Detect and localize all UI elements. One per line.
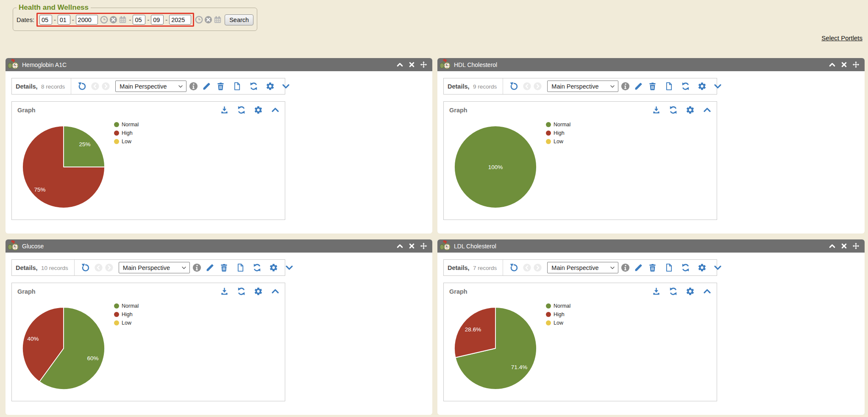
info-icon[interactable] [189,82,198,91]
undo-icon[interactable] [78,82,86,91]
clock-icon[interactable] [195,16,203,24]
delete-icon[interactable] [648,82,657,91]
perspective-select[interactable]: Main Perspective [119,262,190,273]
refresh-icon[interactable] [253,263,262,272]
download-icon[interactable] [220,287,229,296]
collapse-portlet-icon[interactable] [829,242,836,250]
legend-swatch-high [114,131,119,136]
refresh-icon[interactable] [237,106,246,114]
perspective-select[interactable]: Main Perspective [115,81,186,92]
portlet-header[interactable]: HDL Cholesterol [437,58,865,71]
collapse-graph-icon[interactable] [271,106,280,114]
document-icon[interactable] [665,263,673,272]
collapse-portlet-icon[interactable] [829,61,836,68]
calendar-icon[interactable] [119,16,127,24]
graph-panel-title: Graph [17,107,36,114]
delete-icon[interactable] [648,263,657,272]
info-icon[interactable] [621,263,630,272]
from-year-input[interactable] [76,15,98,25]
refresh-icon[interactable] [669,287,678,296]
refresh-icon[interactable] [249,82,258,91]
to-day-input[interactable] [151,15,164,25]
calendar-icon[interactable] [214,16,222,24]
document-icon[interactable] [233,82,242,91]
document-icon[interactable] [665,82,673,91]
search-button[interactable]: Search [225,14,253,25]
collapse-details-icon[interactable] [713,82,722,91]
date-separator: - [54,17,56,23]
refresh-icon[interactable] [669,106,678,114]
edit-icon[interactable] [634,263,643,272]
undo-icon[interactable] [509,82,518,91]
select-portlets-link[interactable]: Select Portlets [821,34,862,42]
next-icon[interactable] [101,82,110,91]
prev-icon[interactable] [91,82,100,91]
from-month-input[interactable] [39,15,52,25]
settings-icon[interactable] [698,82,707,91]
close-portlet-icon[interactable] [408,61,415,68]
settings-icon[interactable] [686,287,695,296]
settings-icon[interactable] [254,106,263,114]
close-portlet-icon[interactable] [840,242,848,250]
collapse-portlet-icon[interactable] [396,242,403,250]
download-icon[interactable] [220,106,229,114]
to-month-input[interactable] [133,15,145,25]
refresh-icon[interactable] [681,82,690,91]
collapse-details-icon[interactable] [285,263,294,272]
undo-icon[interactable] [509,263,518,272]
settings-icon[interactable] [266,82,275,91]
prev-icon[interactable] [94,263,103,272]
refresh-icon[interactable] [681,263,690,272]
settings-icon[interactable] [698,263,707,272]
clock-icon[interactable] [100,16,108,24]
next-icon[interactable] [533,263,542,272]
legend-item-high: High [546,129,570,137]
from-day-input[interactable] [58,15,70,25]
collapse-graph-icon[interactable] [271,287,280,296]
next-icon[interactable] [533,82,542,91]
edit-icon[interactable] [634,82,643,91]
portlet-header[interactable]: Glucose [6,239,432,253]
document-icon[interactable] [236,263,245,272]
clear-date-icon[interactable] [109,16,117,24]
close-portlet-icon[interactable] [840,61,848,68]
settings-icon[interactable] [686,106,695,114]
refresh-icon[interactable] [237,287,246,296]
move-portlet-icon[interactable] [852,242,860,250]
collapse-details-icon[interactable] [281,82,290,91]
prev-icon[interactable] [523,82,531,91]
edit-icon[interactable] [206,263,214,272]
to-year-input[interactable] [169,15,191,25]
pie-chart[interactable]: 100% [453,125,538,209]
clear-date-icon[interactable] [204,16,212,24]
portlet-header[interactable]: LDL Cholesterol [437,239,865,253]
download-icon[interactable] [652,287,661,296]
download-icon[interactable] [652,106,661,114]
portlet-header[interactable]: Hemoglobin A1C [6,58,432,71]
info-icon[interactable] [192,263,201,272]
collapse-portlet-icon[interactable] [396,61,403,68]
collapse-graph-icon[interactable] [703,106,712,114]
close-portlet-icon[interactable] [408,242,415,250]
move-portlet-icon[interactable] [852,61,860,68]
edit-icon[interactable] [202,82,211,91]
next-icon[interactable] [105,263,114,272]
info-icon[interactable] [621,82,630,91]
pie-chart[interactable]: 71.4%28.6% [453,306,538,391]
portlet-body: Details, 8 records Main Perspective [6,71,432,220]
pie-chart[interactable]: 60%40% [21,306,106,391]
perspective-select[interactable]: Main Perspective [547,262,618,273]
delete-icon[interactable] [220,263,228,272]
pie-chart[interactable]: 25%75% [21,125,106,209]
prev-icon[interactable] [523,263,531,272]
perspective-select[interactable]: Main Perspective [547,81,618,92]
move-portlet-icon[interactable] [420,242,427,250]
collapse-details-icon[interactable] [713,263,722,272]
move-portlet-icon[interactable] [420,61,427,68]
undo-icon[interactable] [81,263,90,272]
delete-icon[interactable] [216,82,225,91]
collapse-graph-icon[interactable] [703,287,712,296]
perspective-value: Main Perspective [551,83,598,90]
settings-icon[interactable] [269,263,278,272]
settings-icon[interactable] [254,287,263,296]
